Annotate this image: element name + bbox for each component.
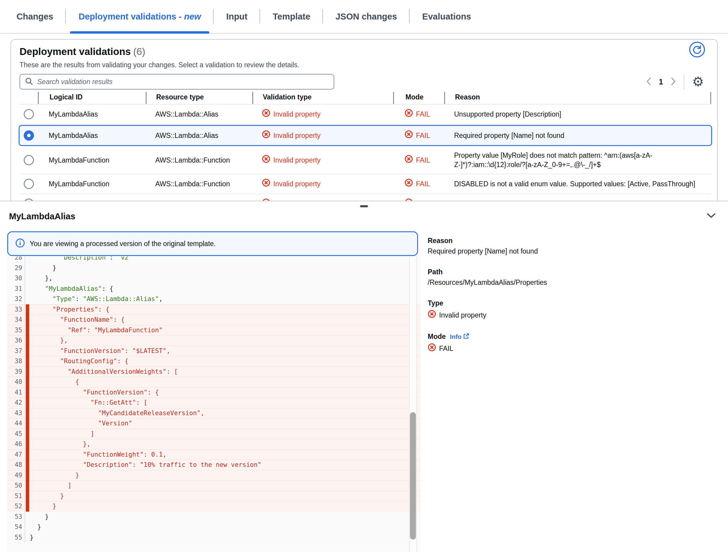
line-number: 42 [7,397,25,408]
cell-mode-text: FAIL [416,156,430,165]
tab-label: Template [273,12,310,22]
cell-logical-id: MyLambdaFunction [38,175,146,193]
tab-changes[interactable]: Changes [17,0,66,33]
code-line-31: 31 "MyLambdaAlias": { [7,284,420,294]
tab-label: Changes [17,12,53,22]
tab-label: JSON changes [336,12,397,22]
line-number: 49 [7,470,25,481]
code-text: "AdditionalVersionWeights": [ [29,367,178,377]
code-line-32: 32 "Type": "AWS::Lambda::Alias", [7,294,420,304]
external-link-icon [463,333,469,341]
line-number: 40 [7,377,25,387]
code-text: ] [29,429,94,439]
code-line-34: 34 "FunctionName": { [7,315,420,325]
error-icon [404,198,413,201]
code-text: }, [29,439,90,449]
radio-unselected[interactable] [24,155,34,165]
code-line-51: 51 } [7,491,420,501]
cell-resource-type: AWS::Lambda::Function [146,175,252,193]
error-highlight-bar [26,408,29,418]
code-line-52: 52 } [7,501,420,512]
previous-page-button[interactable] [646,77,651,87]
cell-resource-type: AWS::Lambda::Alias [146,127,252,145]
code-text: "MyLambdaAlias": { [29,284,113,294]
cell-validation-type-text: Invalid property [273,179,321,189]
row-radio-cell [20,126,38,145]
line-number: 34 [7,315,25,325]
table-row[interactable]: MyLambdaFunctionAWS::Lambda::FunctionInv… [20,174,711,194]
tab-input[interactable]: Input [214,0,260,33]
error-highlight-bar [26,397,29,408]
error-icon [428,310,436,321]
code-text: } [29,491,64,501]
code-line-50: 50 ] [7,480,420,491]
gear-icon: ⚙ [692,75,704,88]
error-icon [404,178,413,189]
gutter-spacer [26,284,29,294]
code-line-49: 49 } [7,470,420,481]
header-logical-id: Logical ID [38,92,146,104]
tab-label: Input [226,12,248,22]
cell-reason: Unsupported property [Description] [444,105,711,123]
chevron-down-icon [706,215,716,220]
table-row[interactable]: MyLambdaFunctionAWS::Lambda::FunctionInv… [20,194,711,201]
code-text: "FunctionVersion": { [29,387,159,398]
line-number: 55 [7,532,25,543]
radio-selected[interactable] [24,130,34,141]
radio-unselected[interactable] [24,179,34,189]
line-number: 35 [7,325,25,336]
radio-unselected[interactable] [24,199,34,201]
collapse-panel-button[interactable] [706,213,716,220]
cell-logical-id: MyLambdaFunction [38,151,146,169]
type-label: Type [428,299,704,307]
error-icon [262,198,270,201]
split-panel-drag-handle[interactable] [360,205,368,207]
detail-split-panel: MyLambdaAlias You are viewing a processe… [0,201,728,560]
code-line-46: 46 }, [7,439,420,449]
gutter-spacer [26,532,29,543]
tab-evaluations[interactable]: Evaluations [410,0,484,33]
cell-logical-id: MyLambdaAlias [38,127,146,145]
code-line-40: 40 { [7,377,420,387]
code-line-47: 47 "FunctionWeight": 0.1, [7,449,420,460]
tab-deployment-validations[interactable]: Deployment validations -new [66,0,214,33]
error-icon [262,130,270,141]
info-alert: You are viewing a processed version of t… [7,231,418,256]
tab-label: Evaluations [422,12,471,22]
code-text: "RoutingConfig": { [29,356,129,367]
cell-reason: Required property [Name] not found [444,127,711,145]
cell-resource-type: AWS::Lambda::Function [146,151,252,169]
code-scrollbar-thumb[interactable] [410,412,416,540]
detail-panel-title: MyLambdaAlias [9,212,75,221]
error-icon [404,130,413,141]
validations-table: Logical ID Resource type Validation type… [20,92,711,201]
table-row[interactable]: MyLambdaFunctionAWS::Lambda::FunctionInv… [20,147,711,174]
table-row[interactable]: MyLambdaAliasAWS::Lambda::AliasInvalid p… [19,125,712,146]
preferences-button[interactable]: ⚙ [692,75,704,88]
info-link-text: Info [450,333,461,340]
code-line-41: 41 "FunctionVersion": { [7,387,420,398]
page-title: Deployment validations(6) [20,46,711,58]
table-row[interactable]: MyLambdaAliasAWS::Lambda::AliasInvalid p… [20,105,711,124]
search-input[interactable] [37,78,329,86]
code-line-28: 28 "Description": "v2" [7,257,420,263]
code-lines: 28 "Description": "v2"29 }30 },31 "MyLam… [7,257,420,543]
error-highlight-bar [26,377,29,387]
cell-reason: Property [Timeout] expected type: Intege… [444,195,711,201]
tab-json-changes[interactable]: JSON changes [323,0,410,33]
code-text: "Type": "AWS::Lambda::Alias", [29,294,163,304]
tab-template[interactable]: Template [260,0,323,33]
error-icon [262,155,270,166]
code-text: "FunctionName": { [29,315,125,325]
mode-info-link[interactable]: Info [450,333,469,341]
line-number: 52 [7,501,25,512]
error-highlight-bar [26,346,29,356]
error-highlight-bar [26,315,29,325]
next-page-button[interactable] [671,77,676,87]
refresh-button[interactable] [689,41,705,58]
radio-unselected[interactable] [24,109,34,119]
error-highlight-bar [26,449,29,460]
code-text: "Fn::GetAtt": [ [29,397,148,408]
code-text: } [29,263,56,273]
header-validation-type: Validation type [252,92,393,104]
